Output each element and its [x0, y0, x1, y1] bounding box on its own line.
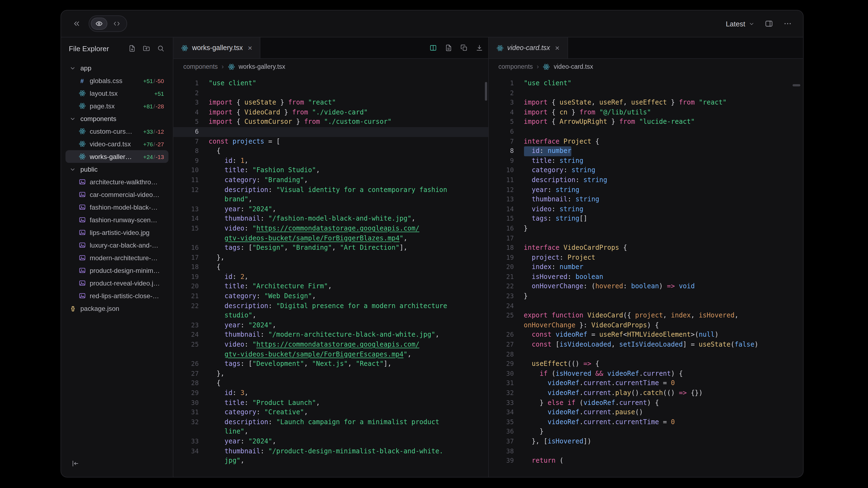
code-line[interactable]: brand",: [174, 195, 488, 204]
code-line[interactable]: 14 thumbnail: "/fashion-model-black-and-…: [174, 214, 488, 224]
code-line[interactable]: 8 id: number: [489, 147, 803, 156]
code-line[interactable]: 11 description: string: [489, 175, 803, 185]
code-line[interactable]: 2: [489, 88, 803, 98]
code-line[interactable]: 31 videoRef.current.currentTime = 0: [489, 379, 803, 388]
code-line[interactable]: 7const projects = [: [174, 137, 488, 147]
code-line[interactable]: 29 useEffect(() => {: [489, 359, 803, 369]
code-line[interactable]: 13 year: "2024",: [174, 204, 488, 214]
code-line[interactable]: 4import { cn } from "@/lib/utils": [489, 108, 803, 118]
code-line[interactable]: 33 } else if (videoRef.current) {: [489, 398, 803, 408]
code-line[interactable]: 18 {: [174, 263, 488, 272]
code-line[interactable]: 31 category: "Creative",: [174, 408, 488, 417]
code-line[interactable]: 13 thumbnail: string: [489, 195, 803, 204]
download-icon[interactable]: [472, 41, 486, 55]
code-line[interactable]: 32 description: "Launch campaign for a m…: [174, 418, 488, 427]
code-line[interactable]: 17: [489, 233, 803, 243]
code-line[interactable]: 34 videoRef.current.pause(): [489, 408, 803, 417]
scrollbar-thumb[interactable]: [793, 84, 800, 86]
code-line[interactable]: 14 video: string: [489, 204, 803, 214]
code-line[interactable]: 2: [174, 88, 488, 98]
code-editor[interactable]: 1"use client"23import { useState, useRef…: [489, 74, 803, 477]
scrollbar-thumb[interactable]: [485, 82, 487, 101]
code-line[interactable]: 16}: [489, 224, 803, 233]
code-line[interactable]: 26 tags: ["Development", "Next.js", "Rea…: [174, 359, 488, 369]
code-line[interactable]: 23}: [489, 292, 803, 301]
code-line[interactable]: 3import { useState } from "react": [174, 98, 488, 107]
tree-item-video-card-tsx[interactable]: video-card.tsx+76/-27: [65, 137, 168, 150]
code-line[interactable]: 29 id: 3,: [174, 388, 488, 398]
code-line[interactable]: 9 title: string: [489, 156, 803, 166]
code-line[interactable]: 21 isHovered: boolean: [489, 272, 803, 282]
code-line[interactable]: 9 id: 1,: [174, 156, 488, 166]
code-line[interactable]: 4import { VideoCard } from "./video-card…: [174, 108, 488, 118]
collapse-sidebar-button[interactable]: [68, 457, 82, 471]
code-line[interactable]: line",: [174, 427, 488, 437]
tree-item-globals-css[interactable]: #globals.css+51/-50: [65, 74, 168, 87]
tree-item-components[interactable]: components: [65, 112, 168, 125]
split-editor-icon[interactable]: [426, 41, 439, 55]
code-line[interactable]: 12 description: "Visual identity for a c…: [174, 185, 488, 195]
code-line[interactable]: 26 const videoRef = useRef<HTMLVideoElem…: [489, 330, 803, 340]
tree-item-works-galler[interactable]: works-galler…+24/-13: [65, 150, 168, 163]
code-line[interactable]: 22 description: "Digital presence for a …: [174, 301, 488, 311]
tree-item-product-design-minim[interactable]: product-design-minim…: [65, 264, 168, 277]
code-line[interactable]: 19 id: 2,: [174, 272, 488, 282]
code-view-button[interactable]: [108, 18, 125, 30]
tree-item-fashion-runway-scen[interactable]: fashion-runway-scen…: [65, 214, 168, 226]
copy-icon[interactable]: [457, 41, 470, 55]
tree-item-package-json[interactable]: {}package.json: [65, 302, 168, 315]
code-line[interactable]: 27 const [isVideoLoaded, setIsVideoLoade…: [489, 340, 803, 350]
tree-item-lips-artistic-video-jpg[interactable]: lips-artistic-video.jpg: [65, 226, 168, 239]
code-line[interactable]: 11 category: "Branding",: [174, 175, 488, 185]
code-line[interactable]: 1"use client": [489, 79, 803, 88]
code-line[interactable]: 39 return (: [489, 456, 803, 466]
code-line[interactable]: gtv-videos-bucket/sample/ForBiggerEscape…: [174, 350, 488, 359]
code-editor[interactable]: 1"use client"23import { useState } from …: [174, 74, 488, 477]
tab-video-card-tsx[interactable]: video-card.tsx×: [489, 37, 568, 58]
code-line[interactable]: 8 {: [174, 147, 488, 156]
tree-item-app[interactable]: app: [65, 62, 168, 74]
code-line[interactable]: 12 year: string: [489, 185, 803, 195]
tree-item-layout-tsx[interactable]: layout.tsx+51: [65, 87, 168, 100]
code-line[interactable]: 22 onHoverChange: (hovered: boolean) => …: [489, 282, 803, 292]
code-line[interactable]: 35 videoRef.current.currentTime = 0: [489, 418, 803, 427]
code-line[interactable]: 38: [489, 447, 803, 456]
code-line[interactable]: studio",: [174, 311, 488, 321]
code-line[interactable]: 6: [489, 127, 803, 137]
tree-item-public[interactable]: public: [65, 163, 168, 175]
code-line[interactable]: 28: [489, 350, 803, 359]
tree-item-luxury-car-black-and[interactable]: luxury-car-black-and-…: [65, 239, 168, 252]
code-line[interactable]: onHoverChange }: VideoCardProps) {: [489, 321, 803, 330]
code-line[interactable]: 7interface Project {: [489, 137, 803, 147]
breadcrumb-folder[interactable]: components: [498, 63, 533, 70]
code-line[interactable]: 5import { ArrowUpRight } from "lucide-re…: [489, 118, 803, 127]
code-line[interactable]: 1"use client": [174, 79, 488, 88]
tree-item-red-lips-artistic-close[interactable]: red-lips-artistic-close-…: [65, 289, 168, 302]
code-line[interactable]: 20 title: "Architecture Firm",: [174, 282, 488, 292]
search-files-button[interactable]: [154, 42, 167, 55]
breadcrumb-file[interactable]: works-gallery.tsx: [239, 63, 285, 70]
code-line[interactable]: 27 },: [174, 369, 488, 379]
close-tab-icon[interactable]: ×: [555, 44, 559, 52]
code-line[interactable]: 25 video: "https://commondatastorage.goo…: [174, 340, 488, 350]
code-line[interactable]: 15 video: "https://commondatastorage.goo…: [174, 224, 488, 233]
code-line[interactable]: 19 project: Project: [489, 253, 803, 262]
code-line[interactable]: 32 videoRef.current.play().catch(() => {…: [489, 388, 803, 398]
file-diff-icon[interactable]: [442, 41, 455, 55]
code-line[interactable]: 3import { useState, useRef, useEffect } …: [489, 98, 803, 107]
new-folder-button[interactable]: [140, 42, 153, 55]
code-line[interactable]: 30 title: "Product Launch",: [174, 398, 488, 408]
code-line[interactable]: 23 year: "2024",: [174, 321, 488, 330]
code-line[interactable]: 20 index: number: [489, 263, 803, 272]
code-line[interactable]: 10 title: "Fashion Studio",: [174, 166, 488, 175]
breadcrumb-file[interactable]: video-card.tsx: [554, 63, 593, 70]
code-line[interactable]: 25export function VideoCard({ project, i…: [489, 311, 803, 321]
code-line[interactable]: 34 thumbnail: "/product-design-minimalis…: [174, 447, 488, 456]
tree-item-page-tsx[interactable]: page.tsx+81/-28: [65, 100, 168, 112]
panel-layout-button[interactable]: [762, 17, 776, 30]
tree-item-architecture-walkthro[interactable]: architecture-walkthro…: [65, 175, 168, 188]
new-file-button[interactable]: [125, 42, 139, 55]
code-line[interactable]: 36 }: [489, 427, 803, 437]
code-line[interactable]: 24 thumbnail: "/modern-architecture-blac…: [174, 330, 488, 340]
code-line[interactable]: 5import { CustomCursor } from "./custom-…: [174, 118, 488, 127]
